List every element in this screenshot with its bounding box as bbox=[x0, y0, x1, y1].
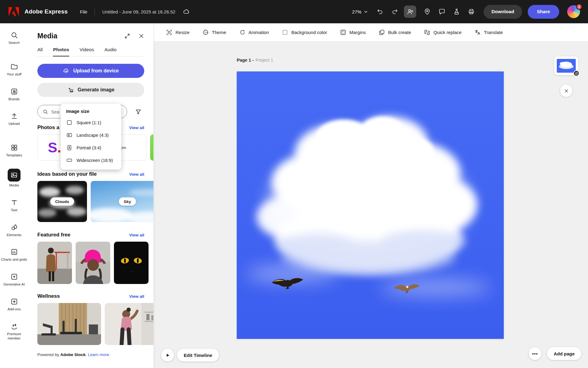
zoom-control[interactable]: 27% bbox=[352, 9, 368, 14]
stock-photo-pink-beanie[interactable] bbox=[76, 242, 110, 284]
stock-provider-tile[interactable] bbox=[150, 134, 153, 161]
account-avatar[interactable]: 1 bbox=[567, 5, 580, 18]
toolbar-resize[interactable]: Resize bbox=[166, 29, 190, 36]
toolbar-margins[interactable]: Margins bbox=[340, 29, 366, 36]
wellness-view-all-link[interactable]: View all bbox=[129, 294, 144, 299]
toolbar-bulk-create[interactable]: Bulk create bbox=[379, 29, 411, 36]
tab-all[interactable]: All bbox=[37, 47, 43, 56]
sidebar-item-elements[interactable]: Elements bbox=[1, 224, 28, 237]
panel-title: Media bbox=[37, 32, 124, 40]
project-name: Project 1 bbox=[256, 58, 273, 63]
page-thumbnail[interactable] bbox=[554, 56, 578, 75]
sidebar-item-search[interactable]: Search bbox=[1, 31, 28, 45]
featured-view-all-link[interactable]: View all bbox=[129, 233, 144, 237]
toolbar-theme[interactable]: Theme bbox=[202, 29, 226, 36]
add-collaborator-button[interactable] bbox=[404, 6, 416, 18]
popup-title: Image size bbox=[61, 109, 121, 116]
generate-image-button[interactable]: Generate image bbox=[37, 83, 144, 97]
animation-icon bbox=[239, 29, 246, 36]
experiments-flask-button[interactable] bbox=[453, 8, 460, 15]
add-ons-icon bbox=[10, 298, 18, 305]
photos-view-all-link[interactable]: View all bbox=[129, 125, 144, 130]
toolbar-background-color[interactable]: Background color bbox=[282, 29, 327, 36]
add-page-button[interactable]: Add page bbox=[547, 347, 581, 360]
search-icon bbox=[43, 109, 48, 114]
sidebar-item-your-stuff[interactable]: Your stuff bbox=[1, 63, 28, 77]
idea-tile-sky[interactable]: Sky bbox=[91, 181, 153, 222]
sidebar-item-premium-member[interactable]: Premium member bbox=[1, 323, 28, 341]
idea-tile-clouds[interactable]: Clouds bbox=[37, 181, 87, 222]
expand-panel-icon[interactable] bbox=[124, 33, 130, 39]
location-pin-button[interactable] bbox=[424, 8, 431, 15]
zoom-value: 27% bbox=[352, 9, 361, 14]
featured-section-heading: Featured free bbox=[37, 232, 70, 238]
divider bbox=[95, 8, 95, 15]
tab-videos[interactable]: Videos bbox=[80, 47, 94, 56]
sidebar-item-upload[interactable]: Upload bbox=[1, 112, 28, 126]
quick-replace-icon bbox=[424, 29, 430, 36]
undo-button[interactable] bbox=[376, 8, 384, 15]
chart-icon bbox=[10, 248, 18, 256]
featured-photo-row bbox=[37, 242, 153, 284]
translate-icon bbox=[474, 29, 481, 36]
print-button[interactable] bbox=[468, 8, 475, 15]
stock-photo-gym[interactable] bbox=[37, 303, 101, 345]
option-square[interactable]: Square (1:1) bbox=[61, 116, 121, 129]
document-title[interactable]: Untitled - June 09, 2025 at 16.26.52 bbox=[102, 9, 175, 14]
option-portrait[interactable]: Portrait (3:4) bbox=[61, 141, 121, 154]
margins-icon bbox=[340, 29, 346, 36]
toolbar-animation[interactable]: Animation bbox=[239, 29, 269, 36]
option-widescreen[interactable]: Widescreen (16:9) bbox=[61, 154, 121, 167]
stock-photo-exercise[interactable] bbox=[105, 303, 153, 345]
cloud-sync-icon[interactable] bbox=[183, 8, 190, 15]
canvas-area: Resize Theme Animation Background color … bbox=[154, 23, 588, 368]
edit-timeline-button[interactable]: Edit Timeline bbox=[177, 349, 219, 362]
learn-more-link[interactable]: Learn more. bbox=[88, 352, 110, 357]
ideas-view-all-link[interactable]: View all bbox=[129, 172, 144, 177]
premium-icon bbox=[10, 323, 18, 330]
page-hidden-badge-icon bbox=[573, 70, 579, 76]
photos-section-heading: Photos a bbox=[37, 125, 59, 131]
file-menu[interactable]: File bbox=[80, 9, 87, 14]
generate-sparkle-icon bbox=[67, 86, 74, 93]
landscape-ratio-icon bbox=[66, 132, 73, 138]
filter-icon[interactable] bbox=[132, 105, 144, 118]
wellness-section-heading: Wellness bbox=[37, 293, 60, 299]
panel-footer: Powered by Adobe Stock. Learn more. bbox=[37, 352, 144, 357]
background-color-icon bbox=[282, 29, 288, 36]
comments-button[interactable] bbox=[438, 8, 446, 15]
download-button[interactable]: Download bbox=[484, 5, 522, 19]
stock-photo-black-cat[interactable] bbox=[114, 242, 149, 284]
theme-palette-icon bbox=[202, 29, 209, 36]
play-button[interactable] bbox=[161, 349, 174, 362]
notification-badge: 1 bbox=[576, 4, 582, 10]
tab-audio[interactable]: Audio bbox=[104, 47, 117, 56]
sidebar-item-charts-grids[interactable]: Charts and grids bbox=[1, 248, 28, 262]
artboard-page-1[interactable] bbox=[237, 71, 504, 339]
share-button[interactable]: Share bbox=[528, 5, 559, 19]
sidebar-item-add-ons[interactable]: Add-ons bbox=[1, 298, 28, 312]
sidebar-item-brands[interactable]: Brands bbox=[1, 88, 28, 102]
sidebar-item-templates[interactable]: Templates bbox=[1, 144, 28, 158]
adobe-logo[interactable] bbox=[9, 7, 19, 16]
idea-label: Clouds bbox=[50, 197, 74, 206]
toolbar-translate[interactable]: Translate bbox=[474, 29, 503, 36]
sidebar-item-media[interactable]: Media bbox=[1, 169, 28, 188]
page-thumbnail-image bbox=[557, 59, 576, 73]
upload-from-device-button[interactable]: Upload from device bbox=[37, 64, 144, 78]
toolbar-quick-replace[interactable]: Quick replace bbox=[424, 29, 462, 36]
redo-button[interactable] bbox=[391, 8, 398, 15]
overflow-menu-button[interactable]: ••• bbox=[529, 347, 541, 360]
sidebar-item-text[interactable]: Text bbox=[1, 199, 28, 213]
dismiss-thumbnail-button[interactable] bbox=[560, 85, 572, 97]
tab-photos[interactable]: Photos bbox=[53, 47, 69, 56]
square-ratio-icon bbox=[66, 119, 73, 126]
media-tabs: All Photos Videos Audio bbox=[37, 47, 144, 56]
option-landscape[interactable]: Landscape (4:3) bbox=[61, 129, 121, 141]
elements-icon bbox=[10, 224, 18, 231]
sidebar-item-generative-ai[interactable]: Generative AI bbox=[1, 273, 28, 287]
image-size-popup: Image size Square (1:1) Landscape (4:3) … bbox=[61, 104, 121, 170]
close-panel-icon[interactable] bbox=[138, 33, 144, 39]
widescreen-ratio-icon bbox=[66, 157, 73, 163]
stock-photo-woman-coat[interactable] bbox=[37, 242, 72, 284]
